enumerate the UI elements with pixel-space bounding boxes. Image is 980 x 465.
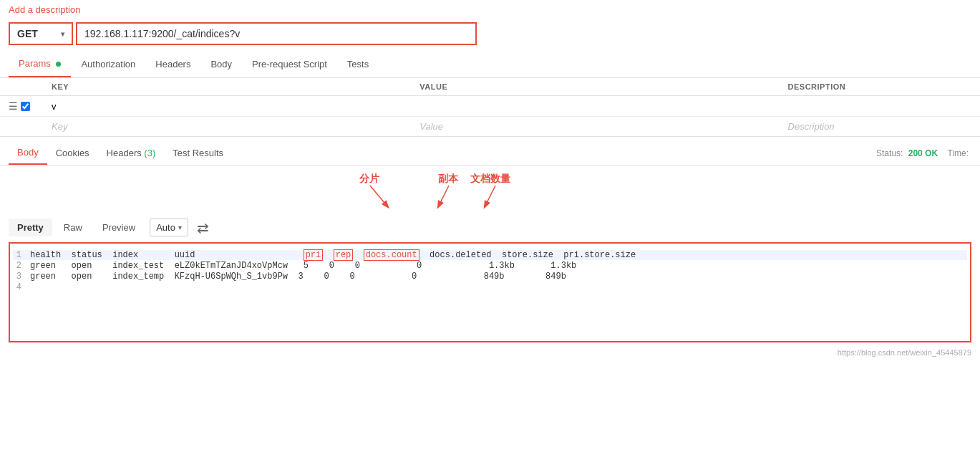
param-desc-cell[interactable] (780, 96, 980, 117)
resp-tab-cookies[interactable]: Cookies (47, 142, 98, 164)
view-tab-preview[interactable]: Preview (94, 219, 144, 236)
code-line-2: 2 green open index_test eLZ0kETmTZanJD4x… (13, 261, 967, 271)
param-row-1: ☰ (0, 96, 980, 117)
col-actions (0, 78, 43, 96)
placeholder-value[interactable]: Value (411, 117, 779, 137)
format-value: Auto (156, 222, 175, 233)
line-num-2: 2 (13, 261, 30, 271)
tab-authorization[interactable]: Authorization (71, 52, 145, 77)
placeholder-desc: Description (780, 117, 980, 137)
params-table: KEY VALUE DESCRIPTION ☰ (0, 78, 980, 136)
watermark: https://blog.csdn.net/weixin_45445879 (0, 345, 980, 360)
svg-line-1 (438, 186, 449, 207)
format-selector[interactable]: Auto ▾ (150, 219, 188, 236)
placeholder-actions (0, 117, 43, 137)
time-label: Time: (947, 148, 969, 158)
annotation-area: 分片 副本 文档数量 (9, 166, 971, 216)
top-bar: Add a description (0, 0, 980, 19)
code-line-3: 3 green open index_temp KFzqH-U6SpWQh_S_… (13, 272, 967, 282)
param-checkbox[interactable] (21, 102, 30, 111)
tab-headers[interactable]: Headers (145, 52, 200, 77)
method-chevron: ▾ (61, 30, 64, 38)
url-bar: GET ▾ (0, 19, 980, 48)
resp-tab-test-results[interactable]: Test Results (164, 142, 232, 164)
add-description-link[interactable]: Add a description (9, 4, 80, 15)
response-section: Body Cookies Headers (3) Test Results St… (0, 141, 980, 342)
tab-tests[interactable]: Tests (337, 52, 379, 77)
annotation-arrows (9, 166, 971, 216)
url-input-wrapper (76, 22, 477, 45)
col-key: KEY (43, 78, 411, 96)
method-selector[interactable]: GET ▾ (9, 22, 73, 45)
url-input[interactable] (77, 24, 475, 44)
view-tab-pretty[interactable]: Pretty (9, 219, 52, 236)
svg-line-0 (370, 186, 388, 207)
placeholder-key[interactable]: Key (43, 117, 411, 137)
request-tabs-bar: Params Authorization Headers Body Pre-re… (0, 51, 980, 78)
svg-line-2 (485, 186, 495, 207)
code-line-4: 4 (13, 282, 967, 292)
view-tabs-row: Pretty Raw Preview Auto ▾ ⇄ (0, 216, 980, 239)
tab-body[interactable]: Body (200, 52, 242, 77)
line-num-1: 1 (13, 250, 30, 260)
line-content-2: green open index_test eLZ0kETmTZanJD4xoV… (30, 261, 967, 271)
status-value: 200 OK (908, 148, 938, 158)
params-dot (56, 62, 61, 67)
resp-tab-body[interactable]: Body (9, 141, 47, 165)
resp-tab-headers[interactable]: Headers (3) (98, 142, 165, 164)
status-info: Status: 200 OK Time: (876, 148, 971, 158)
param-row-placeholder: Key Value Description (0, 117, 980, 137)
response-body-container: 1 health status index uuid pri rep docs.… (9, 242, 971, 342)
tab-params[interactable]: Params (9, 51, 71, 77)
format-chevron: ▾ (178, 224, 182, 231)
wrap-btn[interactable]: ⇄ (197, 219, 209, 236)
param-key-input[interactable] (52, 101, 402, 112)
params-section: KEY VALUE DESCRIPTION ☰ (0, 78, 980, 137)
hamburger-icon: ☰ (9, 100, 18, 112)
param-value-cell[interactable] (411, 96, 779, 117)
view-tab-raw[interactable]: Raw (55, 219, 91, 236)
col-value: VALUE (411, 78, 779, 96)
response-tabs-left: Body Cookies Headers (3) Test Results (9, 141, 232, 165)
col-description: DESCRIPTION (780, 78, 980, 96)
code-line-1: 1 health status index uuid pri rep docs.… (13, 250, 967, 260)
param-key-cell[interactable] (43, 96, 411, 117)
param-value-input[interactable] (419, 101, 770, 112)
method-text: GET (17, 28, 38, 39)
row-actions-cell: ☰ (0, 96, 43, 117)
response-tabs-bar: Body Cookies Headers (3) Test Results St… (0, 141, 980, 166)
line-num-4: 4 (13, 282, 30, 292)
line-num-3: 3 (13, 272, 30, 282)
line-content-3: green open index_temp KFzqH-U6SpWQh_S_1v… (30, 272, 967, 282)
line-content-1: health status index uuid pri rep docs.co… (30, 250, 967, 260)
tab-pre-request-script[interactable]: Pre-request Script (242, 52, 337, 77)
line-content-4 (30, 282, 967, 292)
